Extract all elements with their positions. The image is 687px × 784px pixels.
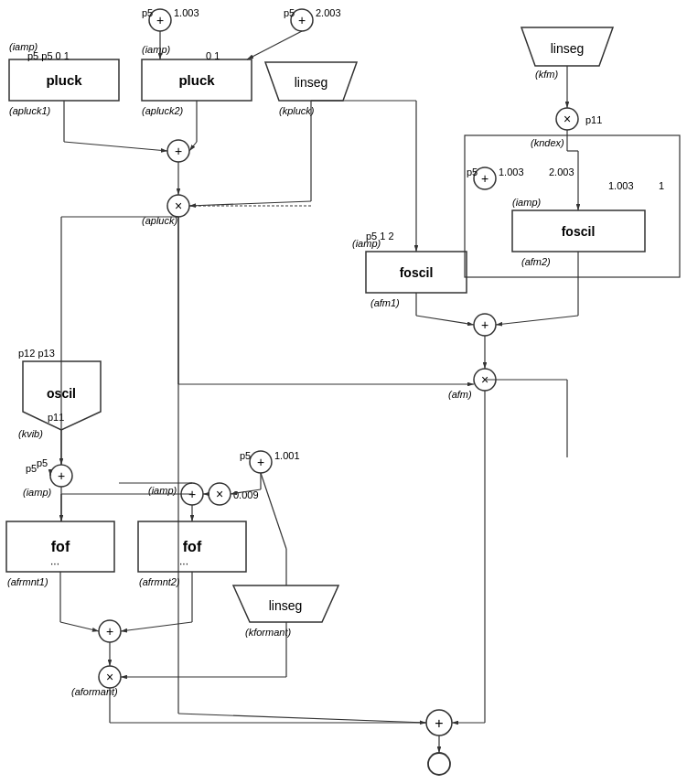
output-circle	[428, 753, 450, 775]
foscil1-label: foscil	[400, 265, 434, 280]
linseg-kpluck-sublabel: (kpluck)	[279, 105, 315, 116]
foscil2-label: foscil	[562, 224, 596, 239]
svg-text:+: +	[435, 715, 443, 731]
foscil1-sublabel: (afm1)	[370, 297, 400, 308]
linseg-kfm-label: linseg	[551, 41, 585, 56]
svg-text:×: ×	[106, 670, 113, 684]
diagram-container: pluck (apluck1) (iamp) p5 p5 0 1 + p5 1.…	[0, 0, 687, 784]
pluck1-params: p5 p5 0 1	[27, 50, 70, 61]
svg-line-48	[178, 714, 426, 723]
svg-text:···: ···	[50, 557, 59, 570]
svg-text:···: ···	[179, 557, 188, 570]
p5-foscil2-left: p5	[467, 166, 478, 177]
oscil-kvib: (kvib)	[18, 428, 43, 439]
fof2-label: fof	[183, 539, 202, 554]
oscil-p12: p12 p13	[18, 348, 55, 359]
fof2-sublabel: (afrmnt2)	[139, 576, 180, 587]
linseg-kpluck-label: linseg	[295, 75, 328, 90]
val-1001: 1.001	[274, 450, 300, 461]
kndex-box	[465, 135, 680, 277]
iamp-kvib: (iamp)	[23, 487, 52, 498]
p5-1001: p5	[240, 450, 251, 461]
p5-label-1: p5	[142, 7, 153, 18]
svg-line-13	[496, 316, 578, 325]
svg-line-23	[189, 201, 311, 206]
fof1-sublabel: (afrmnt1)	[7, 576, 48, 587]
pluck2-iamp: (iamp)	[142, 44, 171, 55]
p5-label-2: p5	[284, 7, 295, 18]
afm-label: (afm)	[448, 389, 472, 400]
pluck1-sublabel: (apluck1)	[9, 105, 51, 116]
svg-line-20	[189, 142, 197, 151]
svg-line-70	[261, 473, 286, 549]
val-1003-foscil2b: 1.003	[608, 180, 634, 191]
svg-text:×: ×	[216, 487, 223, 501]
kndex-label: (kndex)	[531, 137, 564, 148]
pluck2-label: pluck	[178, 72, 215, 88]
svg-text:+: +	[156, 13, 164, 27]
svg-text:+: +	[298, 13, 306, 27]
pluck2-params: 0 1	[206, 50, 220, 61]
val-1003-1: 1.003	[174, 7, 199, 18]
foscil1-params: p5 1 2	[366, 231, 394, 242]
fof1-label: fof	[51, 539, 70, 554]
aformant-label: (aformant)	[71, 686, 118, 697]
foscil2-sublabel: (afm2)	[521, 256, 551, 267]
pluck1-label: pluck	[46, 72, 82, 88]
signal-flow-svg: pluck (apluck1) (iamp) p5 p5 0 1 + p5 1.…	[0, 0, 687, 784]
svg-line-11	[416, 316, 474, 325]
val-2003-foscil2: 2.003	[549, 166, 574, 177]
svg-text:+: +	[481, 317, 488, 332]
oscil-p11: p11	[48, 412, 64, 423]
val-1003-foscil2: 1.003	[499, 166, 524, 177]
linseg-kformant-label: linseg	[269, 598, 303, 613]
svg-text:+: +	[175, 144, 182, 158]
svg-text:×: ×	[175, 199, 182, 213]
p11-kfm: p11	[585, 114, 602, 125]
p5-iamp: p5	[37, 457, 48, 468]
svg-text:+: +	[58, 468, 65, 483]
svg-text:+: +	[106, 624, 113, 639]
foscil2-iamp: (iamp)	[512, 197, 542, 208]
svg-line-4	[247, 31, 302, 59]
val-2003-1: 2.003	[316, 7, 341, 18]
linseg-kformant-sublabel: (kformant)	[245, 627, 291, 638]
val-1-foscil2: 1	[659, 180, 664, 191]
svg-text:×: ×	[564, 112, 571, 126]
p5-kvib: p5	[26, 463, 37, 474]
svg-line-39	[60, 622, 99, 631]
svg-line-18	[64, 142, 167, 151]
svg-text:+: +	[481, 171, 488, 186]
linseg-kfm-sublabel: (kfm)	[535, 69, 558, 80]
svg-line-41	[121, 622, 192, 631]
svg-text:+: +	[257, 455, 264, 469]
pluck2-sublabel: (apluck2)	[142, 105, 184, 116]
val-0009: 0.009	[233, 489, 259, 500]
